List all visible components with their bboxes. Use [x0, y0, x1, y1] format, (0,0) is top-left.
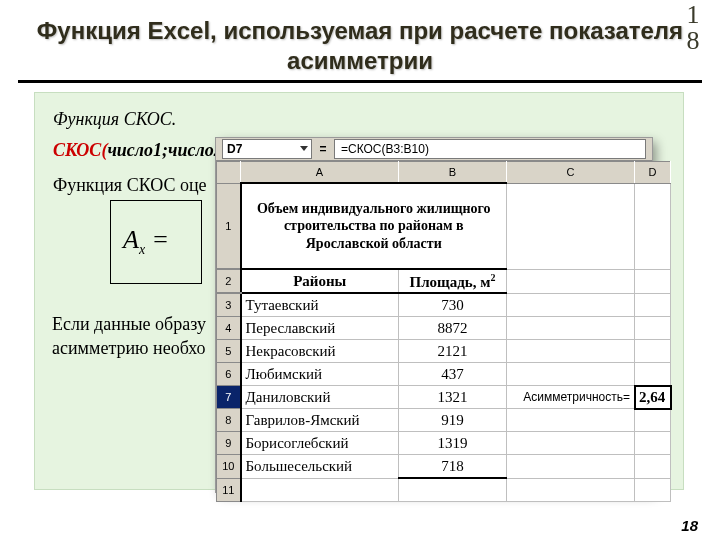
merged-title-cell[interactable]: Объем индивидуального жилищного строител…	[241, 183, 507, 269]
c3[interactable]	[507, 293, 635, 317]
b2-text: Площадь, м	[410, 274, 491, 290]
row-3: 3 Тутаевский 730	[217, 293, 671, 317]
name-box[interactable]: D7	[222, 139, 312, 159]
a7[interactable]: Даниловский	[241, 386, 399, 409]
rowhead-9[interactable]: 9	[217, 432, 241, 455]
c2[interactable]	[507, 269, 635, 293]
c10[interactable]	[507, 455, 635, 479]
a8[interactable]: Гаврилов-Ямский	[241, 409, 399, 432]
b11[interactable]	[399, 478, 507, 502]
excel-screenshot: D7 = =СКОС(B3:B10) A B C D 1 Объем индив…	[216, 138, 652, 492]
d6[interactable]	[635, 363, 671, 386]
b2-sup: 2	[490, 272, 495, 283]
c11[interactable]	[507, 478, 635, 502]
rowhead-10[interactable]: 10	[217, 455, 241, 479]
a4[interactable]: Переславский	[241, 317, 399, 340]
c9[interactable]	[507, 432, 635, 455]
row-5: 5 Некрасовский 2121	[217, 340, 671, 363]
b2[interactable]: Площадь, м2	[399, 269, 507, 293]
a10[interactable]: Большесельский	[241, 455, 399, 479]
b6[interactable]: 437	[399, 363, 507, 386]
c8[interactable]	[507, 409, 635, 432]
rowhead-11[interactable]: 11	[217, 478, 241, 502]
d10[interactable]	[635, 455, 671, 479]
func-name-line: Функция СКОС.	[53, 109, 665, 130]
row-8: 8 Гаврилов-Ямский 919	[217, 409, 671, 432]
formula-eq: =	[145, 225, 169, 254]
col-header-row: A B C D	[217, 162, 671, 184]
formula-box: Ax =	[110, 200, 202, 284]
rowhead-3[interactable]: 3	[217, 293, 241, 317]
b10[interactable]: 718	[399, 455, 507, 479]
rowhead-6[interactable]: 6	[217, 363, 241, 386]
formula-sym: A	[123, 225, 139, 254]
c6[interactable]	[507, 363, 635, 386]
a5[interactable]: Некрасовский	[241, 340, 399, 363]
col-A[interactable]: A	[241, 162, 399, 184]
sig-open: СКОС(	[53, 140, 107, 160]
b4[interactable]: 8872	[399, 317, 507, 340]
d3[interactable]	[635, 293, 671, 317]
c1[interactable]	[507, 183, 635, 269]
bottom-paragraph: Если данные образу асимметрию необхо	[52, 312, 232, 361]
a11[interactable]	[241, 478, 399, 502]
b7[interactable]: 1321	[399, 386, 507, 409]
d4[interactable]	[635, 317, 671, 340]
c4[interactable]	[507, 317, 635, 340]
row-7: 7 Даниловский 1321 Асимметричность= 2,64	[217, 386, 671, 409]
c7[interactable]: Асимметричность=	[507, 386, 635, 409]
d7-active-cell[interactable]: 2,64	[635, 386, 671, 409]
corner-cell[interactable]	[217, 162, 241, 184]
col-B[interactable]: B	[399, 162, 507, 184]
b8[interactable]: 919	[399, 409, 507, 432]
excel-grid: A B C D 1 Объем индивидуального жилищног…	[216, 161, 671, 502]
a9[interactable]: Борисоглебский	[241, 432, 399, 455]
b5[interactable]: 2121	[399, 340, 507, 363]
row-1: 1 Объем индивидуального жилищного строит…	[217, 183, 671, 269]
col-C[interactable]: C	[507, 162, 635, 184]
equals-label: =	[312, 142, 334, 156]
d11[interactable]	[635, 478, 671, 502]
formula-bar[interactable]: =СКОС(B3:B10)	[334, 139, 646, 159]
rowhead-4[interactable]: 4	[217, 317, 241, 340]
row-6: 6 Любимский 437	[217, 363, 671, 386]
d9[interactable]	[635, 432, 671, 455]
excel-formula-bar-row: D7 = =СКОС(B3:B10)	[216, 138, 652, 161]
d2[interactable]	[635, 269, 671, 293]
page-number: 18	[681, 517, 698, 534]
row-9: 9 Борисоглебский 1319	[217, 432, 671, 455]
rowhead-1[interactable]: 1	[217, 183, 241, 269]
rowhead-2[interactable]: 2	[217, 269, 241, 293]
d5[interactable]	[635, 340, 671, 363]
b3[interactable]: 730	[399, 293, 507, 317]
slide-title: Функция Excel, используемая при расчете …	[0, 16, 720, 76]
d1[interactable]	[635, 183, 671, 269]
rowhead-7[interactable]: 7	[217, 386, 241, 409]
row-10: 10 Большесельский 718	[217, 455, 671, 479]
rowhead-8[interactable]: 8	[217, 409, 241, 432]
a2[interactable]: Районы	[241, 269, 399, 293]
title-underline	[18, 80, 702, 83]
a6[interactable]: Любимский	[241, 363, 399, 386]
b9[interactable]: 1319	[399, 432, 507, 455]
d8[interactable]	[635, 409, 671, 432]
col-D[interactable]: D	[635, 162, 671, 184]
a3[interactable]: Тутаевский	[241, 293, 399, 317]
rowhead-5[interactable]: 5	[217, 340, 241, 363]
c5[interactable]	[507, 340, 635, 363]
row-2: 2 Районы Площадь, м2	[217, 269, 671, 293]
formula-content: Ax =	[123, 225, 169, 258]
row-4: 4 Переславский 8872	[217, 317, 671, 340]
row-11: 11	[217, 478, 671, 502]
